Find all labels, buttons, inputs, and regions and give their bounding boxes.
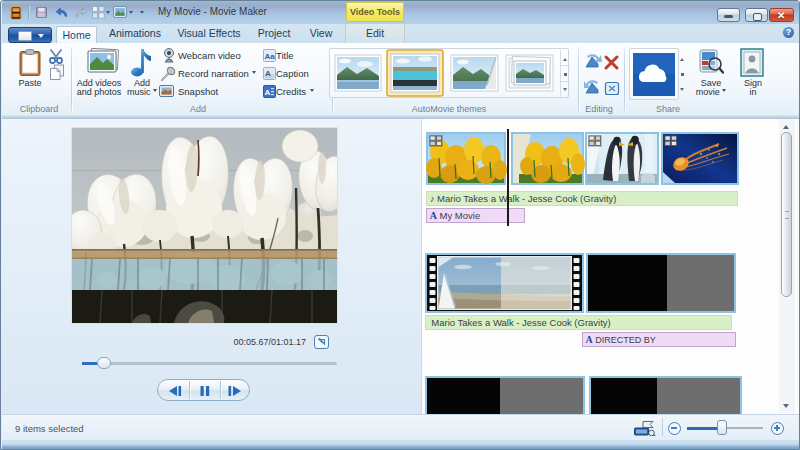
svg-text:A: A [265, 69, 271, 78]
svg-text:A: A [265, 88, 271, 97]
svg-text:Aa: Aa [264, 52, 275, 61]
